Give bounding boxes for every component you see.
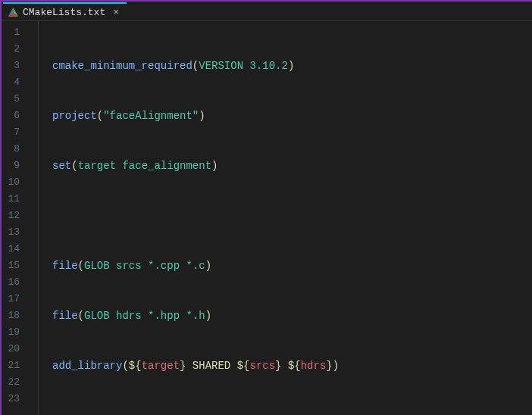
code-line: set(target face_alignment) bbox=[52, 158, 532, 174]
fold-column bbox=[27, 21, 38, 415]
code-line: file(GLOB hdrs *.hpp *.h) bbox=[52, 307, 532, 324]
line-number-gutter: 1234567891011121314151617181920212223 bbox=[2, 21, 27, 415]
line-number: 14 bbox=[2, 241, 20, 257]
tab-bar: CMakeLists.txt × bbox=[2, 2, 532, 21]
line-number: 13 bbox=[2, 224, 20, 241]
line-number: 4 bbox=[2, 74, 20, 91]
line-number: 20 bbox=[2, 341, 20, 357]
tab-title: CMakeLists.txt bbox=[23, 7, 105, 18]
line-number: 1 bbox=[2, 24, 20, 41]
line-number: 12 bbox=[2, 208, 20, 224]
code-editor[interactable]: 1234567891011121314151617181920212223 cm… bbox=[2, 21, 532, 415]
line-number: 18 bbox=[2, 307, 20, 324]
line-number: 21 bbox=[2, 357, 20, 374]
code-line: file(GLOB srcs *.cpp *.c) bbox=[52, 257, 532, 274]
code-content[interactable]: cmake_minimum_required(VERSION 3.10.2) p… bbox=[52, 21, 532, 415]
code-line: add_library(${target} SHARED ${srcs} ${h… bbox=[52, 357, 532, 374]
code-line bbox=[52, 407, 532, 415]
content-margin bbox=[39, 21, 52, 415]
line-number: 6 bbox=[2, 108, 20, 124]
line-number: 22 bbox=[2, 374, 20, 391]
line-number: 2 bbox=[2, 41, 20, 58]
line-number: 11 bbox=[2, 191, 20, 208]
line-number: 3 bbox=[2, 58, 20, 74]
code-line: cmake_minimum_required(VERSION 3.10.2) bbox=[52, 58, 532, 74]
line-number: 5 bbox=[2, 91, 20, 108]
line-number: 9 bbox=[2, 158, 20, 174]
code-line: project("faceAlignment") bbox=[52, 108, 532, 124]
line-number: 15 bbox=[2, 257, 20, 274]
line-number: 23 bbox=[2, 391, 20, 407]
file-tab[interactable]: CMakeLists.txt × bbox=[3, 2, 127, 20]
line-number: 17 bbox=[2, 291, 20, 307]
line-number: 8 bbox=[2, 141, 20, 158]
line-number: 16 bbox=[2, 274, 20, 291]
line-number: 10 bbox=[2, 174, 20, 191]
code-line bbox=[52, 208, 532, 224]
line-number: 19 bbox=[2, 324, 20, 341]
cmake-file-icon bbox=[8, 7, 18, 17]
close-icon[interactable]: × bbox=[113, 7, 119, 18]
line-number: 7 bbox=[2, 124, 20, 141]
